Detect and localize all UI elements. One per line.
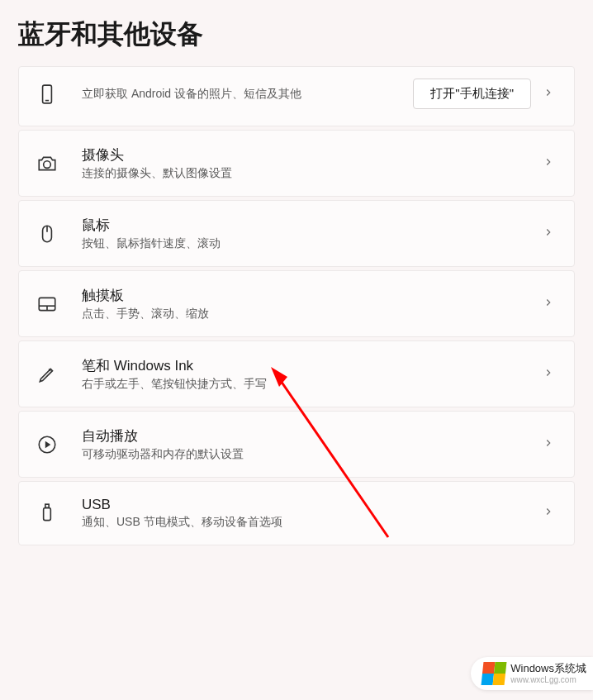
item-text: 触摸板 点击、手势、滚动、缩放 xyxy=(82,286,543,321)
pen-ink-item[interactable]: 笔和 Windows Ink 右手或左手、笔按钮快捷方式、手写 xyxy=(18,340,575,407)
svg-marker-9 xyxy=(45,440,51,448)
chevron-right-icon xyxy=(543,87,557,102)
mouse-icon xyxy=(36,222,59,245)
open-phone-link-button[interactable]: 打开"手机连接" xyxy=(413,79,531,109)
watermark-url: www.wxcLgg.com xyxy=(510,675,586,684)
chevron-right-icon xyxy=(543,437,557,452)
item-subtitle: 点击、手势、滚动、缩放 xyxy=(82,307,543,321)
item-subtitle: 连接的摄像头、默认图像设置 xyxy=(82,166,543,181)
item-title: 笔和 Windows Ink xyxy=(82,356,543,375)
autoplay-item[interactable]: 自动播放 可移动驱动器和内存的默认设置 xyxy=(18,411,575,478)
item-subtitle: 按钮、鼠标指针速度、滚动 xyxy=(82,236,543,251)
phone-icon xyxy=(36,83,59,106)
svg-rect-10 xyxy=(44,508,51,521)
item-text: 鼠标 按钮、鼠标指针速度、滚动 xyxy=(82,216,543,251)
item-subtitle: 可移动驱动器和内存的默认设置 xyxy=(82,447,543,462)
item-subtitle: 通知、USB 节电模式、移动设备首选项 xyxy=(82,515,543,530)
camera-icon xyxy=(36,152,59,175)
svg-rect-11 xyxy=(45,504,49,507)
touchpad-icon xyxy=(36,293,59,316)
page-title: 蓝牙和其他设备 xyxy=(0,0,593,66)
pen-icon xyxy=(36,363,59,386)
item-text: 摄像头 连接的摄像头、默认图像设置 xyxy=(82,145,543,181)
chevron-right-icon xyxy=(543,156,557,171)
item-title: 鼠标 xyxy=(82,216,543,235)
usb-item[interactable]: USB 通知、USB 节电模式、移动设备首选项 xyxy=(18,481,575,545)
item-title: 触摸板 xyxy=(82,286,543,305)
item-subtitle: 立即获取 Android 设备的照片、短信及其他 xyxy=(82,87,405,102)
usb-icon xyxy=(36,502,59,525)
item-text: 自动播放 可移动驱动器和内存的默认设置 xyxy=(82,426,543,462)
svg-point-2 xyxy=(44,160,51,168)
autoplay-icon xyxy=(36,433,59,456)
item-text: 立即获取 Android 设备的照片、短信及其他 xyxy=(82,87,413,102)
chevron-right-icon xyxy=(543,367,557,382)
windows-logo-icon xyxy=(482,662,507,685)
mouse-item[interactable]: 鼠标 按钮、鼠标指针速度、滚动 xyxy=(18,200,575,267)
watermark-title: Windows系统城 xyxy=(510,663,586,674)
chevron-right-icon xyxy=(543,506,557,521)
settings-list: 立即获取 Android 设备的照片、短信及其他 打开"手机连接" 摄像头 连接… xyxy=(0,66,593,545)
chevron-right-icon xyxy=(543,226,557,241)
watermark: Windows系统城 www.wxcLgg.com xyxy=(471,657,593,690)
camera-item[interactable]: 摄像头 连接的摄像头、默认图像设置 xyxy=(18,130,575,197)
item-title: 摄像头 xyxy=(82,145,543,164)
phone-link-item[interactable]: 立即获取 Android 设备的照片、短信及其他 打开"手机连接" xyxy=(18,66,575,126)
item-subtitle: 右手或左手、笔按钮快捷方式、手写 xyxy=(82,377,543,392)
item-title: 自动播放 xyxy=(82,426,543,445)
item-text: 笔和 Windows Ink 右手或左手、笔按钮快捷方式、手写 xyxy=(82,356,543,392)
item-text: USB 通知、USB 节电模式、移动设备首选项 xyxy=(82,497,543,530)
touchpad-item[interactable]: 触摸板 点击、手势、滚动、缩放 xyxy=(18,270,575,337)
item-title: USB xyxy=(82,497,543,513)
chevron-right-icon xyxy=(543,297,557,312)
